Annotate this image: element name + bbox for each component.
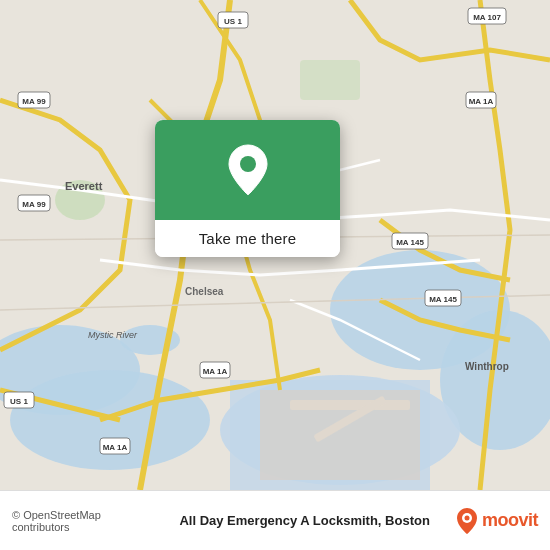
business-name: All Day Emergency A Locksmith, Boston [163, 513, 446, 528]
moovit-pin-icon [456, 507, 478, 535]
svg-text:Everett: Everett [65, 180, 103, 192]
popup-card: Take me there [155, 120, 340, 257]
svg-text:MA 1A: MA 1A [469, 97, 494, 106]
moovit-text: moovit [482, 510, 538, 531]
svg-text:US 1: US 1 [10, 397, 28, 406]
location-pin-icon [227, 144, 269, 196]
svg-text:US 1: US 1 [224, 17, 242, 26]
svg-text:MA 1A: MA 1A [203, 367, 228, 376]
svg-text:MA 107: MA 107 [473, 13, 501, 22]
svg-point-37 [240, 156, 256, 172]
svg-rect-9 [290, 400, 410, 410]
svg-rect-12 [300, 60, 360, 100]
svg-text:MA 145: MA 145 [396, 238, 424, 247]
svg-point-39 [464, 515, 469, 520]
svg-text:MA 99: MA 99 [22, 200, 46, 209]
map[interactable]: US 1 MA 99 MA 99 MA 107 MA 1A MA 1A MA 1… [0, 0, 550, 490]
popup-green-area [155, 120, 340, 220]
bottom-bar: © OpenStreetMap contributors All Day Eme… [0, 490, 550, 550]
take-me-there-button[interactable]: Take me there [155, 220, 340, 257]
svg-text:Chelsea: Chelsea [185, 286, 224, 297]
svg-text:Mystic River: Mystic River [88, 330, 138, 340]
copyright-text: © OpenStreetMap contributors [12, 509, 153, 533]
svg-text:MA 145: MA 145 [429, 295, 457, 304]
svg-text:Winthrop: Winthrop [465, 361, 509, 372]
svg-text:MA 1A: MA 1A [103, 443, 128, 452]
svg-text:MA 99: MA 99 [22, 97, 46, 106]
moovit-logo: moovit [456, 507, 538, 535]
